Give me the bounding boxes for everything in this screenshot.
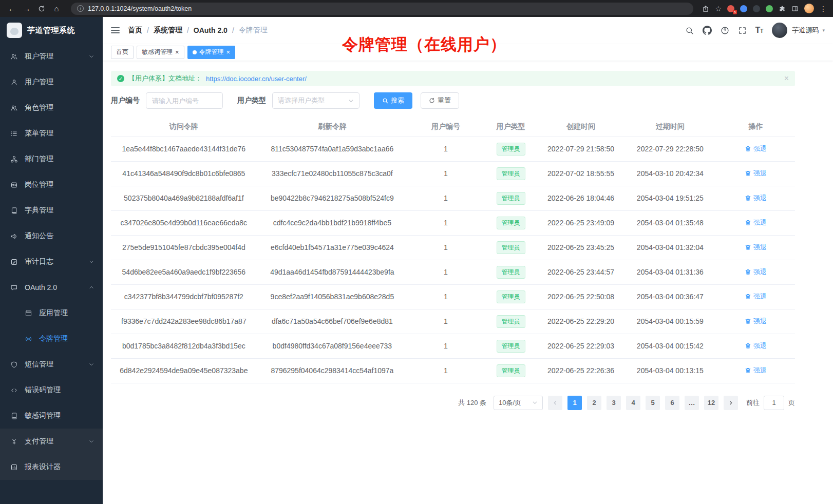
column-header: 刷新令牌 bbox=[257, 117, 408, 137]
sidebar-item-role[interactable]: 角色管理 bbox=[0, 95, 103, 121]
sidebar-item-label: 报表设计器 bbox=[25, 462, 94, 472]
tab-close-icon[interactable]: × bbox=[226, 49, 231, 55]
jump-page-input[interactable] bbox=[764, 396, 784, 410]
extension-icon[interactable] bbox=[766, 5, 773, 12]
force-logout-button[interactable]: 强退 bbox=[745, 267, 767, 277]
page-button-5[interactable]: 5 bbox=[646, 396, 660, 410]
url-bar[interactable]: i 127.0.0.1:1024/system/oauth2/token bbox=[71, 3, 693, 15]
table-row: c347026e805e4d99b0d116eae66eda8ccdfc4ce9… bbox=[111, 210, 795, 235]
force-logout-button[interactable]: 强退 bbox=[745, 144, 767, 153]
sidebar-item-report[interactable]: 报表设计器 bbox=[0, 454, 103, 480]
report-icon bbox=[10, 463, 18, 471]
app-logo[interactable]: 芋道管理系统 bbox=[0, 17, 103, 44]
breadcrumb-home[interactable]: 首页 bbox=[128, 26, 142, 35]
refresh-button[interactable] bbox=[36, 3, 47, 14]
help-icon[interactable] bbox=[721, 26, 729, 35]
table-row: 502375b8040a469a9b82188afdf6af1fbe90422b… bbox=[111, 186, 795, 210]
user-type-select[interactable]: 请选择用户类型 bbox=[272, 92, 359, 109]
tab-sensitive-word[interactable]: 敏感词管理× bbox=[137, 46, 184, 59]
user-avatar[interactable] bbox=[772, 23, 787, 38]
page-button-4[interactable]: 4 bbox=[626, 396, 640, 410]
page-button-1[interactable]: 1 bbox=[567, 396, 582, 410]
extensions-puzzle-icon[interactable] bbox=[779, 5, 786, 12]
sidebar-item-dict[interactable]: 字典管理 bbox=[0, 198, 103, 223]
sidebar-item-post[interactable]: 岗位管理 bbox=[0, 172, 103, 198]
user-id-input[interactable] bbox=[146, 92, 223, 109]
page-button-2[interactable]: 2 bbox=[587, 396, 601, 410]
fullscreen-icon[interactable] bbox=[738, 26, 747, 35]
page-button-3[interactable]: 3 bbox=[607, 396, 621, 410]
refresh-token-cell: 333ecfc71e02480cb11055c875c3ca0f bbox=[257, 161, 408, 186]
browser-menu-icon[interactable]: ⋮ bbox=[820, 5, 827, 13]
sidebar-item-token[interactable]: 令牌管理 bbox=[0, 326, 103, 352]
force-logout-button[interactable]: 强退 bbox=[745, 292, 767, 301]
extension-icon[interactable]: 6 bbox=[727, 5, 734, 12]
sidebar-item-dept[interactable]: 部门管理 bbox=[0, 146, 103, 172]
pagination-more-button[interactable]: … bbox=[685, 396, 699, 410]
breadcrumb-separator: / bbox=[147, 26, 149, 34]
topbar-actions: TT 芋道源码 ▾ bbox=[685, 23, 825, 38]
force-logout-label: 强退 bbox=[753, 317, 767, 326]
browser-profile-avatar[interactable] bbox=[804, 4, 814, 13]
sidebar-item-user[interactable]: 用户管理 bbox=[0, 69, 103, 95]
force-logout-button[interactable]: 强退 bbox=[745, 341, 767, 351]
user-type-badge: 管理员 bbox=[497, 364, 525, 377]
force-logout-button[interactable]: 强退 bbox=[745, 193, 767, 203]
breadcrumb-oauth2[interactable]: OAuth 2.0 bbox=[194, 26, 228, 34]
expire-time-cell: 2022-07-29 22:28:50 bbox=[624, 137, 716, 161]
user-type-badge: 管理员 bbox=[497, 143, 525, 156]
side-panel-icon[interactable] bbox=[791, 5, 799, 12]
search-icon[interactable] bbox=[685, 26, 694, 35]
token-table: 访问令牌刷新令牌用户编号用户类型创建时间过期时间操作 1ea5e44f8bc14… bbox=[111, 117, 795, 383]
username[interactable]: 芋道源码 bbox=[792, 26, 819, 35]
delete-icon bbox=[745, 145, 751, 152]
reset-button[interactable]: 重置 bbox=[421, 92, 459, 109]
sidebar-item-oauth[interactable]: OAuth 2.0 bbox=[0, 275, 103, 300]
sidebar-item-label: 字典管理 bbox=[25, 206, 94, 215]
force-logout-label: 强退 bbox=[753, 292, 767, 301]
doc-link[interactable]: https://doc.iocoder.cn/user-center/ bbox=[206, 75, 307, 83]
page-size-select[interactable]: 10条/页 bbox=[494, 396, 543, 410]
breadcrumb-separator: / bbox=[232, 26, 234, 34]
collapse-menu-icon[interactable] bbox=[111, 27, 120, 33]
site-info-icon[interactable]: i bbox=[77, 5, 84, 12]
page-button-6[interactable]: 6 bbox=[665, 396, 679, 410]
sidebar-item-tenant[interactable]: 租户管理 bbox=[0, 44, 103, 69]
font-size-icon[interactable]: TT bbox=[755, 26, 764, 35]
bookmark-star-icon[interactable]: ☆ bbox=[715, 5, 722, 13]
force-logout-button[interactable]: 强退 bbox=[745, 218, 767, 227]
breadcrumb-system-management[interactable]: 系统管理 bbox=[154, 26, 182, 35]
force-logout-button[interactable]: 强退 bbox=[745, 317, 767, 326]
forward-button[interactable]: → bbox=[21, 3, 32, 14]
search-button[interactable]: 搜索 bbox=[374, 92, 412, 109]
home-button[interactable]: ⌂ bbox=[51, 3, 62, 14]
tab-token-management[interactable]: 令牌管理× bbox=[187, 46, 236, 59]
sidebar-item-app[interactable]: 应用管理 bbox=[0, 300, 103, 326]
sidebar: 芋道管理系统 租户管理用户管理角色管理菜单管理部门管理岗位管理字典管理通知公告审… bbox=[0, 17, 103, 504]
back-button[interactable]: ← bbox=[6, 3, 17, 14]
menu-icon bbox=[10, 130, 18, 138]
alert-close-icon[interactable]: × bbox=[784, 74, 789, 83]
tab-home[interactable]: 首页 bbox=[111, 46, 134, 59]
sidebar-item-sensitive[interactable]: 敏感词管理 bbox=[0, 403, 103, 429]
column-header: 操作 bbox=[716, 117, 795, 137]
extension-icon[interactable] bbox=[753, 5, 760, 12]
force-logout-button[interactable]: 强退 bbox=[745, 366, 767, 375]
page-button-12[interactable]: 12 bbox=[704, 396, 718, 410]
previous-page-button[interactable] bbox=[548, 396, 562, 410]
github-icon[interactable] bbox=[703, 26, 712, 35]
extension-icon[interactable] bbox=[740, 5, 747, 12]
sidebar-item-audit[interactable]: 审计日志 bbox=[0, 249, 103, 275]
sidebar-item-pay[interactable]: 支付管理 bbox=[0, 429, 103, 454]
sidebar-item-sms[interactable]: 短信管理 bbox=[0, 352, 103, 377]
force-logout-button[interactable]: 强退 bbox=[745, 243, 767, 252]
app-icon bbox=[25, 309, 32, 317]
force-logout-button[interactable]: 强退 bbox=[745, 169, 767, 178]
sidebar-item-menu[interactable]: 菜单管理 bbox=[0, 121, 103, 146]
sidebar-item-notice[interactable]: 通知公告 bbox=[0, 223, 103, 249]
tab-close-icon[interactable]: × bbox=[175, 49, 179, 55]
next-page-button[interactable] bbox=[724, 396, 738, 410]
sidebar-item-errcode[interactable]: 错误码管理 bbox=[0, 377, 103, 403]
share-icon[interactable] bbox=[702, 5, 709, 12]
user-menu-caret-icon[interactable]: ▾ bbox=[822, 28, 825, 33]
